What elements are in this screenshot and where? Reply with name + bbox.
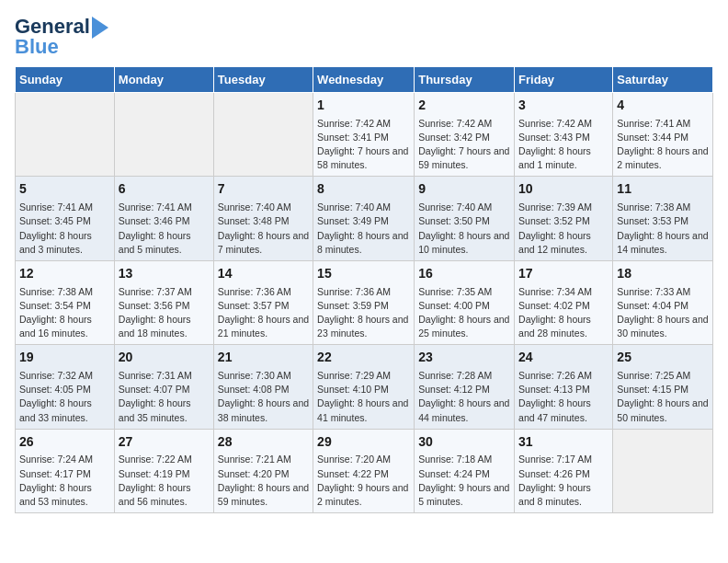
day-number: 26	[19, 433, 110, 452]
header-friday: Friday	[515, 67, 613, 93]
day-info: Sunrise: 7:33 AMSunset: 4:04 PMDaylight:…	[617, 285, 709, 341]
day-number: 3	[518, 97, 609, 115]
logo-text2: Blue	[15, 37, 59, 57]
calendar-cell: 22Sunrise: 7:29 AMSunset: 4:10 PMDayligh…	[313, 345, 415, 429]
calendar-cell: 19Sunrise: 7:32 AMSunset: 4:05 PMDayligh…	[16, 345, 115, 429]
day-number: 5	[19, 180, 110, 199]
day-info: Sunrise: 7:36 AMSunset: 3:57 PMDaylight:…	[218, 285, 309, 341]
calendar-cell	[613, 429, 713, 512]
day-info: Sunrise: 7:20 AMSunset: 4:22 PMDaylight:…	[317, 453, 410, 509]
calendar-table: SundayMondayTuesdayWednesdayThursdayFrid…	[15, 66, 713, 513]
header-tuesday: Tuesday	[213, 67, 313, 93]
logo-arrow-icon	[92, 17, 108, 39]
calendar-cell	[16, 93, 115, 177]
header-monday: Monday	[114, 67, 213, 93]
day-info: Sunrise: 7:18 AMSunset: 4:24 PMDaylight:…	[418, 453, 510, 509]
day-number: 12	[19, 265, 110, 283]
day-number: 30	[418, 433, 510, 452]
day-info: Sunrise: 7:41 AMSunset: 3:46 PMDaylight:…	[119, 201, 210, 257]
calendar-week-row: 19Sunrise: 7:32 AMSunset: 4:05 PMDayligh…	[16, 345, 713, 429]
day-number: 6	[119, 180, 210, 199]
calendar-week-row: 26Sunrise: 7:24 AMSunset: 4:17 PMDayligh…	[16, 429, 713, 512]
calendar-cell: 8Sunrise: 7:40 AMSunset: 3:49 PMDaylight…	[313, 177, 415, 260]
header-thursday: Thursday	[415, 67, 515, 93]
day-number: 1	[317, 97, 410, 115]
calendar-week-row: 12Sunrise: 7:38 AMSunset: 3:54 PMDayligh…	[16, 260, 713, 344]
day-number: 8	[317, 180, 410, 199]
day-info: Sunrise: 7:42 AMSunset: 3:43 PMDaylight:…	[518, 117, 609, 173]
day-info: Sunrise: 7:36 AMSunset: 3:59 PMDaylight:…	[317, 285, 410, 341]
day-number: 23	[418, 349, 510, 367]
day-number: 28	[218, 433, 309, 452]
day-info: Sunrise: 7:39 AMSunset: 3:52 PMDaylight:…	[518, 201, 609, 257]
calendar-cell: 27Sunrise: 7:22 AMSunset: 4:19 PMDayligh…	[114, 429, 213, 512]
day-info: Sunrise: 7:40 AMSunset: 3:48 PMDaylight:…	[218, 201, 309, 257]
calendar-cell: 23Sunrise: 7:28 AMSunset: 4:12 PMDayligh…	[415, 345, 515, 429]
day-info: Sunrise: 7:41 AMSunset: 3:45 PMDaylight:…	[19, 201, 110, 257]
day-number: 2	[418, 97, 510, 115]
calendar-cell: 11Sunrise: 7:38 AMSunset: 3:53 PMDayligh…	[613, 177, 713, 260]
calendar-week-row: 1Sunrise: 7:42 AMSunset: 3:41 PMDaylight…	[16, 93, 713, 177]
calendar-week-row: 5Sunrise: 7:41 AMSunset: 3:45 PMDaylight…	[16, 177, 713, 260]
header-wednesday: Wednesday	[313, 67, 415, 93]
calendar-cell: 6Sunrise: 7:41 AMSunset: 3:46 PMDaylight…	[114, 177, 213, 260]
calendar-cell: 1Sunrise: 7:42 AMSunset: 3:41 PMDaylight…	[313, 93, 415, 177]
calendar-cell: 12Sunrise: 7:38 AMSunset: 3:54 PMDayligh…	[16, 260, 115, 344]
day-info: Sunrise: 7:37 AMSunset: 3:56 PMDaylight:…	[119, 285, 210, 341]
day-info: Sunrise: 7:38 AMSunset: 3:54 PMDaylight:…	[19, 285, 110, 341]
day-number: 19	[19, 349, 110, 367]
day-number: 16	[418, 265, 510, 283]
day-number: 15	[317, 265, 410, 283]
calendar-cell: 7Sunrise: 7:40 AMSunset: 3:48 PMDaylight…	[213, 177, 313, 260]
day-info: Sunrise: 7:24 AMSunset: 4:17 PMDaylight:…	[19, 453, 110, 509]
day-number: 11	[617, 180, 709, 199]
calendar-cell: 17Sunrise: 7:34 AMSunset: 4:02 PMDayligh…	[515, 260, 613, 344]
calendar-cell: 25Sunrise: 7:25 AMSunset: 4:15 PMDayligh…	[613, 345, 713, 429]
day-info: Sunrise: 7:42 AMSunset: 3:41 PMDaylight:…	[317, 117, 410, 173]
day-number: 17	[518, 265, 609, 283]
calendar-cell: 10Sunrise: 7:39 AMSunset: 3:52 PMDayligh…	[515, 177, 613, 260]
page-header: General Blue	[15, 15, 713, 57]
day-number: 25	[617, 349, 709, 367]
day-number: 27	[119, 433, 210, 452]
day-info: Sunrise: 7:21 AMSunset: 4:20 PMDaylight:…	[218, 453, 309, 509]
day-info: Sunrise: 7:42 AMSunset: 3:42 PMDaylight:…	[418, 117, 510, 173]
day-info: Sunrise: 7:40 AMSunset: 3:49 PMDaylight:…	[317, 201, 410, 257]
calendar-cell: 4Sunrise: 7:41 AMSunset: 3:44 PMDaylight…	[613, 93, 713, 177]
calendar-cell	[213, 93, 313, 177]
day-info: Sunrise: 7:28 AMSunset: 4:12 PMDaylight:…	[418, 369, 510, 425]
calendar-cell: 31Sunrise: 7:17 AMSunset: 4:26 PMDayligh…	[515, 429, 613, 512]
calendar-cell: 5Sunrise: 7:41 AMSunset: 3:45 PMDaylight…	[16, 177, 115, 260]
day-info: Sunrise: 7:25 AMSunset: 4:15 PMDaylight:…	[617, 369, 709, 425]
day-info: Sunrise: 7:40 AMSunset: 3:50 PMDaylight:…	[418, 201, 510, 257]
day-number: 10	[518, 180, 609, 199]
calendar-cell: 16Sunrise: 7:35 AMSunset: 4:00 PMDayligh…	[415, 260, 515, 344]
day-info: Sunrise: 7:31 AMSunset: 4:07 PMDaylight:…	[119, 369, 210, 425]
logo: General Blue	[15, 15, 108, 57]
day-info: Sunrise: 7:32 AMSunset: 4:05 PMDaylight:…	[19, 369, 110, 425]
header-sunday: Sunday	[16, 67, 115, 93]
calendar-cell: 3Sunrise: 7:42 AMSunset: 3:43 PMDaylight…	[515, 93, 613, 177]
calendar-cell: 28Sunrise: 7:21 AMSunset: 4:20 PMDayligh…	[213, 429, 313, 512]
day-info: Sunrise: 7:22 AMSunset: 4:19 PMDaylight:…	[119, 453, 210, 509]
calendar-cell: 26Sunrise: 7:24 AMSunset: 4:17 PMDayligh…	[16, 429, 115, 512]
day-info: Sunrise: 7:29 AMSunset: 4:10 PMDaylight:…	[317, 369, 410, 425]
calendar-cell: 21Sunrise: 7:30 AMSunset: 4:08 PMDayligh…	[213, 345, 313, 429]
logo-text: General	[15, 17, 90, 37]
day-info: Sunrise: 7:41 AMSunset: 3:44 PMDaylight:…	[617, 117, 709, 173]
day-info: Sunrise: 7:30 AMSunset: 4:08 PMDaylight:…	[218, 369, 309, 425]
day-info: Sunrise: 7:34 AMSunset: 4:02 PMDaylight:…	[518, 285, 609, 341]
day-number: 22	[317, 349, 410, 367]
day-number: 29	[317, 433, 410, 452]
calendar-header-row: SundayMondayTuesdayWednesdayThursdayFrid…	[16, 67, 713, 93]
calendar-cell: 20Sunrise: 7:31 AMSunset: 4:07 PMDayligh…	[114, 345, 213, 429]
day-number: 7	[218, 180, 309, 199]
calendar-cell: 29Sunrise: 7:20 AMSunset: 4:22 PMDayligh…	[313, 429, 415, 512]
day-number: 24	[518, 349, 609, 367]
day-number: 13	[119, 265, 210, 283]
day-number: 4	[617, 97, 709, 115]
day-number: 9	[418, 180, 510, 199]
day-info: Sunrise: 7:35 AMSunset: 4:00 PMDaylight:…	[418, 285, 510, 341]
day-info: Sunrise: 7:17 AMSunset: 4:26 PMDaylight:…	[518, 453, 609, 509]
calendar-cell: 30Sunrise: 7:18 AMSunset: 4:24 PMDayligh…	[415, 429, 515, 512]
